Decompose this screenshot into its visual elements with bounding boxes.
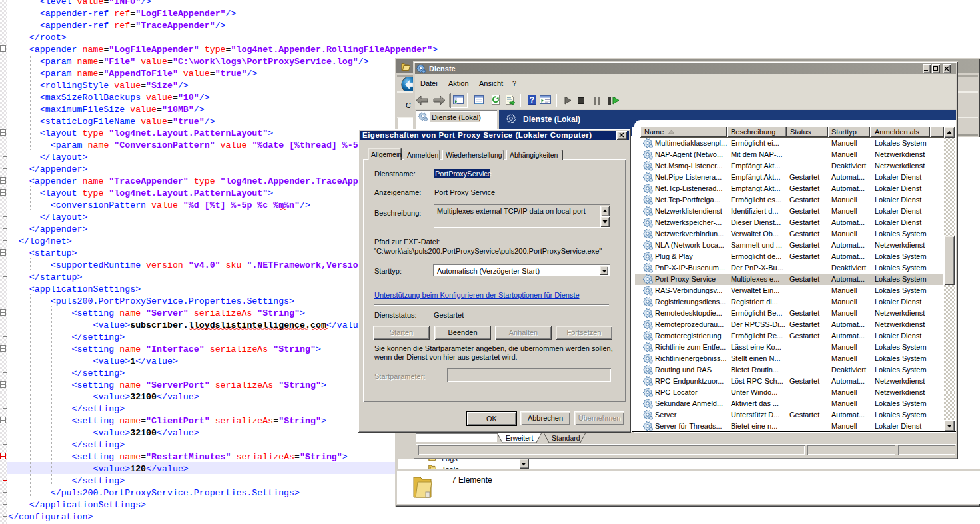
svg-text:Erweitert: Erweitert [506,434,534,442]
svg-text:Standard: Standard [552,434,580,442]
svg-text:?: ? [530,95,534,105]
